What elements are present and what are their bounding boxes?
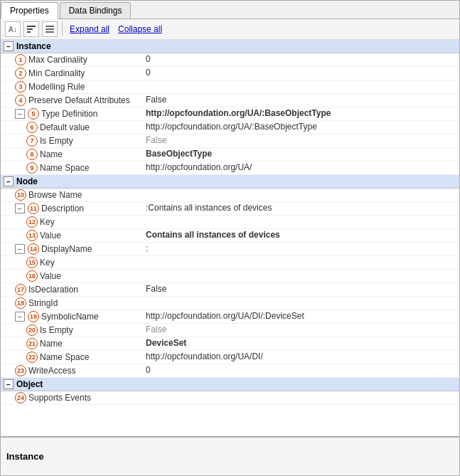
- badge-1: 1: [15, 54, 26, 65]
- badge-21: 21: [26, 338, 38, 349]
- row-symbolic-name: − 19 SymbolicName http://opcfoundation.o…: [1, 310, 459, 324]
- svg-rect-2: [27, 28, 33, 30]
- label-min-cardinality: Min Cardinality: [28, 68, 85, 78]
- sort-alpha-icon[interactable]: A↓: [5, 21, 21, 37]
- row-default-value: 6 Default value http://opcfoundation.org…: [1, 121, 459, 134]
- badge-17: 17: [15, 284, 26, 295]
- row-string-id: 18 StringId: [1, 297, 459, 310]
- row-name-1: 8 Name BaseObjectType: [1, 148, 459, 162]
- label-supports-events: Supports Events: [28, 393, 91, 403]
- svg-rect-5: [46, 28, 54, 30]
- section-instance-label: Instance: [16, 41, 51, 51]
- value-name-2: DeviceSet: [143, 338, 459, 348]
- row-preserve-default: 4 Preserve Default Attributes False: [1, 94, 459, 107]
- label-modelling-rule: Modelling Rule: [28, 82, 85, 92]
- badge-10: 10: [15, 189, 26, 201]
- label-key-1: Key: [40, 217, 55, 227]
- object-expand-icon[interactable]: −: [4, 379, 14, 389]
- row-browse-name: 10 Browse Name: [1, 189, 459, 202]
- svg-rect-4: [46, 26, 54, 27]
- label-max-cardinality: Max Cardinality: [28, 55, 87, 65]
- value-type-definition: http://opcfoundation.org/UA/:BaseObjectT…: [143, 108, 459, 118]
- section-node-label: Node: [16, 176, 38, 186]
- value-max-cardinality: 0: [143, 54, 459, 64]
- badge-2: 2: [15, 68, 26, 79]
- value-display-name: :: [143, 243, 459, 253]
- label-value-2: Value: [40, 271, 61, 281]
- toolbar-separator: [62, 22, 63, 36]
- badge-5: 5: [28, 108, 39, 120]
- row-namespace-1: 9 Name Space http://opcfoundation.org/UA…: [1, 162, 459, 175]
- badge-9: 9: [26, 162, 38, 174]
- section-object-header: − Object: [1, 378, 459, 391]
- badge-20: 20: [26, 324, 38, 336]
- type-def-expand-icon[interactable]: −: [15, 109, 25, 119]
- label-type-definition: Type Definition: [41, 109, 97, 119]
- row-key-1: 12 Key: [1, 216, 459, 229]
- badge-23: 23: [15, 365, 26, 376]
- row-max-cardinality: 1 Max Cardinality 0: [1, 53, 459, 67]
- svg-rect-3: [27, 31, 31, 33]
- tab-bar: Properties Data Bindings: [1, 1, 459, 19]
- symbolic-expand-icon[interactable]: −: [15, 312, 25, 322]
- collapse-all-button[interactable]: Collapse all: [118, 24, 162, 34]
- properties-icon[interactable]: [42, 21, 58, 37]
- description-expand-icon[interactable]: −: [15, 203, 25, 213]
- tab-properties[interactable]: Properties: [1, 2, 58, 19]
- label-display-name: DisplayName: [41, 244, 92, 254]
- label-is-empty-2: Is Empty: [40, 325, 73, 335]
- label-description: Description: [41, 203, 84, 213]
- value-name-1: BaseObjectType: [143, 149, 459, 159]
- main-container: Properties Data Bindings A↓ Expand all: [0, 0, 460, 476]
- properties-panel: − Instance 1 Max Cardinality 0 2 Min Car…: [1, 40, 459, 436]
- row-supports-events: 24 Supports Events: [1, 391, 459, 405]
- label-string-id: StringId: [28, 298, 58, 308]
- label-name-2: Name: [40, 339, 63, 349]
- section-object-label: Object: [16, 379, 43, 389]
- row-is-declaration: 17 IsDeclaration False: [1, 283, 459, 297]
- badge-12: 12: [26, 216, 38, 228]
- label-is-declaration: IsDeclaration: [28, 285, 78, 295]
- sort-icon[interactable]: [23, 21, 39, 37]
- badge-13: 13: [26, 230, 38, 241]
- displayname-expand-icon[interactable]: −: [15, 244, 25, 254]
- svg-rect-6: [46, 31, 54, 33]
- value-is-empty-1: False: [143, 135, 459, 145]
- row-namespace-2: 22 Name Space http://opcfoundation.org/U…: [1, 351, 459, 364]
- row-value-2: 16 Value: [1, 270, 459, 283]
- value-is-empty-2: False: [143, 324, 459, 334]
- expand-all-button[interactable]: Expand all: [70, 24, 109, 34]
- badge-7: 7: [26, 135, 38, 147]
- row-is-empty-1: 7 Is Empty False: [1, 134, 459, 148]
- badge-3: 3: [15, 81, 26, 92]
- badge-18: 18: [15, 297, 26, 309]
- footer-panel: Instance: [1, 436, 459, 475]
- label-write-access: WriteAccess: [28, 366, 75, 376]
- row-display-name: − 14 DisplayName :: [1, 243, 459, 256]
- row-name-2: 21 Name DeviceSet: [1, 337, 459, 351]
- row-value-1: 13 Value Contains all instances of devic…: [1, 229, 459, 243]
- toolbar: A↓ Expand all Collapse all: [1, 19, 459, 40]
- value-symbolic-name: http://opcfoundation.org/UA/DI/:DeviceSe…: [143, 311, 459, 321]
- row-is-empty-2: 20 Is Empty False: [1, 324, 459, 337]
- row-key-2: 15 Key: [1, 256, 459, 270]
- badge-8: 8: [26, 149, 38, 160]
- badge-24: 24: [15, 392, 26, 403]
- label-is-empty-1: Is Empty: [40, 136, 73, 146]
- label-preserve-default: Preserve Default Attributes: [28, 95, 130, 105]
- value-preserve-default: False: [143, 95, 459, 105]
- tab-data-bindings[interactable]: Data Bindings: [60, 2, 132, 18]
- value-default-value: http://opcfoundation.org/UA/:BaseObjectT…: [143, 122, 459, 132]
- value-is-declaration: False: [143, 284, 459, 294]
- node-expand-icon[interactable]: −: [4, 176, 14, 186]
- footer-label: Instance: [6, 451, 44, 462]
- instance-expand-icon[interactable]: −: [4, 41, 14, 51]
- section-instance-header: − Instance: [1, 40, 459, 53]
- value-write-access: 0: [143, 365, 459, 375]
- value-min-cardinality: 0: [143, 68, 459, 78]
- section-node-header: − Node: [1, 175, 459, 189]
- label-key-2: Key: [40, 258, 55, 268]
- label-namespace-2: Name Space: [40, 352, 89, 362]
- badge-14: 14: [28, 243, 39, 255]
- row-min-cardinality: 2 Min Cardinality 0: [1, 67, 459, 80]
